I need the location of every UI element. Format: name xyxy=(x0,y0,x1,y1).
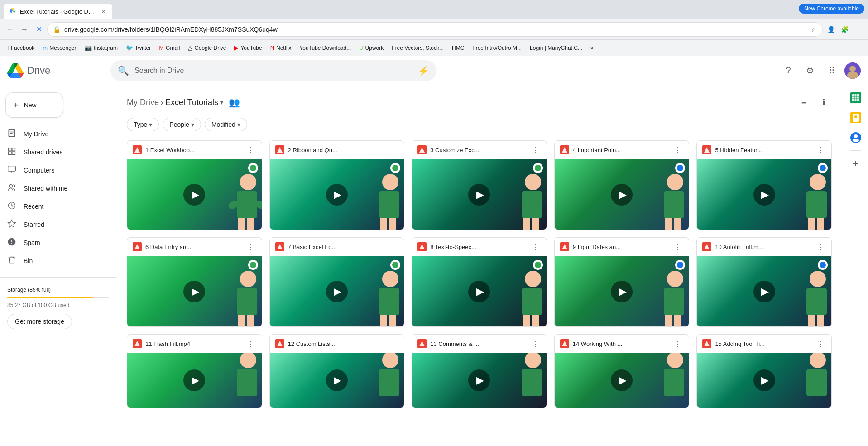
file-menu-12[interactable]: ⋮ xyxy=(388,338,398,349)
bookmarks-more[interactable]: » xyxy=(587,43,597,53)
reload-button[interactable]: ✕ xyxy=(33,23,45,36)
bookmark-star-icon[interactable]: ☆ xyxy=(811,26,817,33)
type-filter[interactable]: Type ▾ xyxy=(127,118,159,131)
file-menu-5[interactable]: ⋮ xyxy=(815,144,826,155)
sidebar-item-recent[interactable]: Recent xyxy=(0,197,109,216)
sidebar-item-shared-with-me[interactable]: Shared with me xyxy=(0,179,109,197)
file-card-9[interactable]: 9 Input Dates an... ⋮ ▶ xyxy=(554,237,690,327)
back-button[interactable]: ← xyxy=(4,23,16,36)
address-bar[interactable]: 🔒 drive.google.com/drive/folders/1lBQGl2… xyxy=(47,22,823,37)
file-menu-3[interactable]: ⋮ xyxy=(530,144,541,155)
breadcrumb-dropdown-icon[interactable]: ▾ xyxy=(220,99,223,106)
sidebar-item-starred[interactable]: Starred xyxy=(0,216,109,234)
file-card-12[interactable]: 12 Custom Lists.... ⋮ ▶ xyxy=(269,334,405,408)
get-storage-button[interactable]: Get more storage xyxy=(7,314,72,329)
bookmark-facebook[interactable]: f Facebook xyxy=(4,43,38,53)
file-menu-1[interactable]: ⋮ xyxy=(245,144,256,155)
file-card-7[interactable]: 7 Basic Excel Fo... ⋮ ▶ xyxy=(269,237,405,327)
play-button-13[interactable]: ▶ xyxy=(468,369,490,391)
search-bar[interactable]: 🔍 ⚡ xyxy=(110,60,436,81)
play-button-7[interactable]: ▶ xyxy=(326,281,348,302)
breadcrumb-parent[interactable]: My Drive xyxy=(127,98,159,107)
file-card-1[interactable]: 1 Excel Workboo... ⋮ ▶ xyxy=(127,140,262,230)
new-button[interactable]: + New xyxy=(5,92,63,118)
play-button-4[interactable]: ▶ xyxy=(611,184,633,206)
file-menu-14[interactable]: ⋮ xyxy=(672,338,683,349)
right-sidebar-add-button[interactable]: + xyxy=(847,154,865,173)
extensions-button[interactable]: 🧩 xyxy=(838,23,851,36)
file-menu-11[interactable]: ⋮ xyxy=(245,338,256,349)
settings-button[interactable]: ⚙ xyxy=(801,62,819,80)
breadcrumb-current[interactable]: Excel Tutorials ▾ xyxy=(165,98,223,107)
bookmark-youtube[interactable]: ▶ YouTube xyxy=(230,43,265,53)
forward-button[interactable]: → xyxy=(18,23,31,36)
play-button-5[interactable]: ▶ xyxy=(753,184,775,206)
play-button-9[interactable]: ▶ xyxy=(611,281,633,302)
list-view-button[interactable]: ≡ xyxy=(796,94,812,110)
bookmark-drive[interactable]: △ Google Drive xyxy=(184,43,230,53)
close-tab-button[interactable]: ✕ xyxy=(100,8,107,15)
help-button[interactable]: ? xyxy=(779,62,797,80)
sidebar-item-computers[interactable]: Computers xyxy=(0,161,109,179)
bookmark-manychat[interactable]: Login | ManyChat.C... xyxy=(526,43,586,53)
right-sidebar-contacts-btn[interactable] xyxy=(847,129,865,147)
file-card-8[interactable]: 8 Text-to-Speec... ⋮ ▶ xyxy=(412,237,547,327)
bookmark-instagram[interactable]: 📷 Instagram xyxy=(81,43,121,53)
file-card-14[interactable]: 14 Working With ... ⋮ ▶ xyxy=(554,334,690,408)
file-card-4[interactable]: 4 Important Poin... ⋮ ▶ xyxy=(554,140,690,230)
browser-tab[interactable]: Excel Tutorials - Google Drive ✕ xyxy=(4,4,112,19)
file-card-3[interactable]: 3 Customize Exc... ⋮ ▶ xyxy=(412,140,547,230)
file-card-10[interactable]: 10 Autofill Full.m... ⋮ ▶ xyxy=(696,237,832,327)
play-button-14[interactable]: ▶ xyxy=(611,369,633,391)
profile-icon-button[interactable]: 👤 xyxy=(825,23,837,36)
drive-logo[interactable]: Drive xyxy=(7,62,107,79)
bookmark-vectors[interactable]: Free Vectors, Stock... xyxy=(388,43,447,53)
play-button-15[interactable]: ▶ xyxy=(753,369,775,391)
bookmark-twitter[interactable]: 🐦 Twitter xyxy=(122,43,154,53)
file-card-11[interactable]: 11 Flash Fill.mp4 ⋮ ▶ xyxy=(127,334,262,408)
file-menu-13[interactable]: ⋮ xyxy=(530,338,541,349)
play-button-12[interactable]: ▶ xyxy=(326,369,348,391)
bookmark-upwork[interactable]: U Upwork xyxy=(355,43,387,53)
file-menu-4[interactable]: ⋮ xyxy=(672,144,683,155)
breadcrumb-people-icon[interactable]: 👥 xyxy=(229,97,240,108)
file-menu-10[interactable]: ⋮ xyxy=(815,241,826,252)
play-button-3[interactable]: ▶ xyxy=(468,184,490,206)
bookmark-netflix[interactable]: N Netflix xyxy=(267,43,295,53)
file-menu-2[interactable]: ⋮ xyxy=(388,144,398,155)
file-menu-6[interactable]: ⋮ xyxy=(245,241,256,252)
play-button-6[interactable]: ▶ xyxy=(183,281,205,302)
menu-button[interactable]: ⋮ xyxy=(852,23,864,36)
filter-icon[interactable]: ⚡ xyxy=(418,65,429,76)
info-button[interactable]: ℹ xyxy=(815,94,832,110)
file-menu-7[interactable]: ⋮ xyxy=(388,241,398,252)
file-card-2[interactable]: 2 Ribbon and Qu... ⋮ ▶ xyxy=(269,140,405,230)
apps-button[interactable]: ⠿ xyxy=(823,62,841,80)
avatar[interactable] xyxy=(844,62,861,79)
file-card-15[interactable]: 15 Adding Tool Ti... ⋮ ▶ xyxy=(696,334,832,408)
play-button-8[interactable]: ▶ xyxy=(468,281,490,302)
play-button-11[interactable]: ▶ xyxy=(183,369,205,391)
play-button-1[interactable]: ▶ xyxy=(183,184,205,206)
bookmark-messenger[interactable]: m Messenger xyxy=(39,43,80,53)
modified-filter[interactable]: Modified ▾ xyxy=(205,118,247,131)
bookmark-intro[interactable]: Free Intro/Outro M... xyxy=(469,43,525,53)
play-button-2[interactable]: ▶ xyxy=(326,184,348,206)
file-card-6[interactable]: 6 Data Entry an... ⋮ ▶ xyxy=(127,237,262,327)
search-input[interactable] xyxy=(134,67,412,75)
sidebar-item-bin[interactable]: Bin xyxy=(0,252,109,270)
file-menu-8[interactable]: ⋮ xyxy=(530,241,541,252)
file-card-5[interactable]: 5 Hidden Featur... ⋮ ▶ xyxy=(696,140,832,230)
file-menu-15[interactable]: ⋮ xyxy=(815,338,826,349)
sidebar-item-mydrive[interactable]: My Drive xyxy=(0,125,109,143)
sidebar-item-spam[interactable]: Spam xyxy=(0,234,109,252)
people-filter[interactable]: People ▾ xyxy=(163,118,201,131)
bookmark-gmail[interactable]: M Gmail xyxy=(155,43,183,53)
file-menu-9[interactable]: ⋮ xyxy=(672,241,683,252)
bookmark-yt-download[interactable]: YouTube Download... xyxy=(296,43,355,53)
file-card-13[interactable]: 13 Comments & ... ⋮ ▶ xyxy=(412,334,547,408)
new-chrome-badge[interactable]: New Chrome available xyxy=(799,4,864,14)
play-button-10[interactable]: ▶ xyxy=(753,281,775,302)
sidebar-item-shared-drives[interactable]: Shared drives xyxy=(0,143,109,161)
right-sidebar-sheets-btn[interactable] xyxy=(847,89,865,107)
